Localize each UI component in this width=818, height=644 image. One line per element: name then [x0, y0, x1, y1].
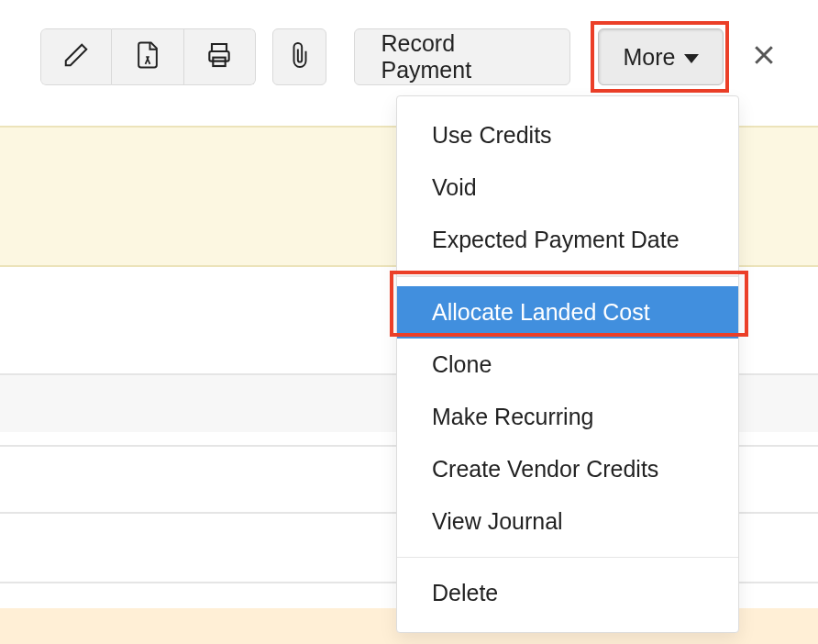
menu-item-label: Clone — [432, 351, 492, 377]
menu-item-void[interactable]: Void — [397, 161, 738, 214]
pdf-icon — [134, 40, 161, 73]
menu-item-clone[interactable]: Clone — [397, 339, 738, 391]
menu-item-label: Create Vendor Credits — [432, 456, 658, 482]
menu-item-use-credits[interactable]: Use Credits — [397, 109, 738, 161]
record-payment-label: Record Payment — [381, 30, 544, 83]
menu-item-create-vendor-credits[interactable]: Create Vendor Credits — [397, 443, 738, 495]
close-button[interactable] — [749, 42, 778, 72]
paperclip-icon — [288, 39, 312, 74]
pdf-button[interactable] — [112, 28, 183, 85]
pencil-icon — [62, 41, 90, 72]
menu-item-label: Void — [432, 174, 477, 200]
menu-item-expected-payment-date[interactable]: Expected Payment Date — [397, 214, 738, 266]
print-button[interactable] — [184, 28, 256, 85]
dropdown-separator — [397, 275, 738, 277]
more-label: More — [623, 44, 675, 71]
menu-item-label: Expected Payment Date — [432, 227, 680, 252]
record-payment-button[interactable]: Record Payment — [354, 28, 570, 85]
menu-item-make-recurring[interactable]: Make Recurring — [397, 391, 738, 443]
close-icon — [750, 41, 778, 72]
more-dropdown: Use Credits Void Expected Payment Date A… — [396, 95, 739, 633]
chevron-down-icon — [684, 54, 699, 63]
menu-item-view-journal[interactable]: View Journal — [397, 495, 738, 548]
more-button-wrapper: More — [598, 28, 724, 85]
printer-icon — [204, 40, 234, 73]
dropdown-separator — [397, 557, 738, 559]
menu-item-label: Delete — [432, 580, 498, 605]
attachment-button[interactable] — [272, 28, 326, 85]
menu-item-label: Use Credits — [432, 122, 552, 148]
menu-item-label: View Journal — [432, 508, 563, 534]
edit-button[interactable] — [40, 28, 112, 85]
toolbar: Record Payment More — [0, 0, 818, 85]
menu-item-label: Allocate Landed Cost — [432, 299, 650, 325]
menu-item-delete[interactable]: Delete — [397, 567, 738, 619]
menu-item-label: Make Recurring — [432, 404, 593, 429]
menu-item-allocate-landed-cost[interactable]: Allocate Landed Cost — [397, 286, 738, 339]
more-button[interactable]: More — [598, 28, 724, 85]
icon-button-group — [40, 28, 256, 85]
